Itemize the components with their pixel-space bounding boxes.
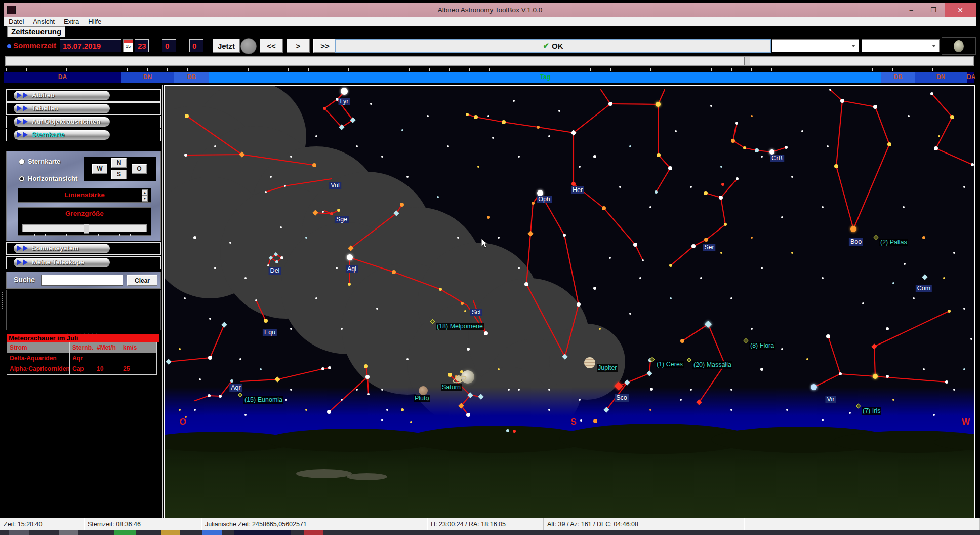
taskbar-icon[interactable] — [202, 530, 222, 535]
star — [953, 252, 955, 254]
compass-south-button[interactable]: S — [111, 170, 127, 179]
title-bar: Albireo Astronomy ToolBox V.1.0.0 – ❐ ✕ — [4, 3, 976, 17]
menu-item-extra[interactable]: Extra — [59, 18, 84, 25]
accordion-sternkarte[interactable]: Sternkarte — [6, 129, 161, 141]
selection-dropdown-1[interactable] — [772, 39, 859, 52]
menu-item-datei[interactable]: Datei — [4, 18, 28, 25]
time-slider-track[interactable] — [5, 56, 974, 66]
step-back-button[interactable]: << — [260, 39, 283, 53]
slider-tick — [6, 68, 7, 71]
status-item: Julianische Zeit: 2458665,05602571 — [201, 518, 427, 530]
calendar-button[interactable]: 15 — [123, 39, 133, 52]
constellation-lines — [165, 86, 974, 518]
taskbar-icon[interactable] — [59, 530, 78, 535]
status-item: Alt: 39 / Az: 161 / DEC: 04:46:08 — [544, 518, 744, 530]
accordion-sonnensystem[interactable]: Sonnensystem — [6, 242, 161, 255]
now-button[interactable]: Jetzt — [213, 39, 240, 53]
mag-slider-tick — [34, 234, 35, 236]
clear-button[interactable]: Clear — [127, 275, 157, 286]
accordion-tabellen[interactable]: Tabellen — [6, 102, 161, 115]
star — [943, 277, 945, 279]
compass-west-button[interactable]: W — [92, 164, 107, 174]
meteor-cell — [94, 353, 120, 364]
fast-forward-button[interactable]: >> — [313, 39, 337, 53]
star — [769, 149, 774, 155]
second-field[interactable]: 0 — [189, 39, 203, 52]
star — [401, 129, 403, 131]
compass-north-button[interactable]: N — [111, 158, 127, 168]
star — [840, 99, 844, 103]
search-input[interactable] — [41, 275, 123, 286]
radio-sternkarte[interactable] — [19, 159, 25, 165]
radio-horizontansicht[interactable] — [19, 176, 25, 182]
star — [464, 310, 466, 312]
star — [948, 310, 951, 313]
star — [579, 399, 581, 401]
taskbar-icon[interactable] — [161, 530, 180, 535]
star — [285, 399, 287, 401]
star — [704, 191, 708, 195]
daynight-segment-label: Tag — [209, 73, 881, 81]
accordion-albireo[interactable]: Albireo — [6, 89, 161, 102]
star — [467, 348, 470, 351]
close-button[interactable]: ✕ — [945, 3, 976, 17]
time-slider-handle[interactable] — [744, 57, 750, 65]
menu-item-ansicht[interactable]: Ansicht — [28, 18, 59, 25]
star — [608, 102, 612, 106]
ok-button[interactable]: ✔ OK — [335, 39, 771, 53]
moon-phase-button[interactable] — [942, 37, 976, 55]
star — [518, 267, 520, 269]
sidebar-grip[interactable] — [2, 292, 5, 309]
mag-slider-tick — [119, 234, 120, 236]
star — [827, 145, 829, 147]
slider-tick — [852, 68, 852, 71]
star — [761, 267, 763, 269]
minute-field[interactable]: 0 — [162, 39, 176, 52]
taskbar-icon[interactable] — [304, 530, 323, 535]
accordion-meine-teleskope[interactable]: Meine Teleskope — [6, 256, 161, 269]
star — [829, 89, 831, 91]
menu-item-hilfe[interactable]: Hilfe — [84, 18, 106, 25]
star — [327, 410, 331, 414]
star — [690, 186, 692, 188]
slider-tick — [610, 68, 611, 71]
taskbar-icon[interactable] — [9, 530, 29, 535]
star — [801, 130, 803, 132]
meteor-table-row[interactable]: Alpha-CapricornidenCap1025 — [7, 364, 157, 375]
status-item: Zeit: 15:20:40 — [0, 518, 84, 530]
slider-tick — [631, 68, 631, 71]
step-forward-button[interactable]: > — [287, 39, 310, 53]
taskbar-icon[interactable] — [234, 530, 291, 535]
accordion-auf-objekt-ausrichten[interactable]: Auf Objekt ausrichten — [6, 116, 161, 128]
line-width-up-button[interactable]: ▲ — [142, 189, 148, 196]
constellation-label-boo: Boo — [849, 238, 863, 246]
star — [356, 389, 358, 391]
star — [474, 115, 478, 119]
star — [849, 412, 851, 414]
splitter-handle[interactable]: . . . . . . . . — [5, 330, 160, 334]
star — [862, 302, 864, 304]
hour-field[interactable]: 23 — [135, 39, 149, 52]
compass-east-button[interactable]: O — [132, 164, 147, 174]
star — [466, 413, 470, 417]
daynight-segment-db: DB — [881, 72, 915, 83]
star — [719, 196, 723, 200]
star — [730, 409, 732, 411]
selection-dropdown-2[interactable] — [862, 39, 940, 52]
star — [873, 105, 877, 109]
restore-button[interactable]: ❐ — [922, 3, 945, 17]
star — [322, 211, 324, 213]
taskbar-icon[interactable] — [114, 530, 136, 535]
limit-magnitude-handle[interactable] — [84, 224, 89, 234]
daynight-segment-label: DB — [174, 73, 209, 81]
date-field[interactable]: 15.07.2019 — [60, 39, 121, 52]
star — [655, 190, 658, 194]
minimize-button[interactable]: – — [900, 3, 922, 17]
meteor-table-row[interactable]: Delta-AquaridenAqr — [7, 353, 157, 364]
star-map[interactable]: (18) Melpomene(15) Eunomia(1) Ceres(20) … — [164, 85, 975, 519]
constellation-label-del: Del — [269, 267, 281, 275]
result-list-area[interactable] — [6, 290, 161, 330]
limit-magnitude-slider[interactable] — [22, 224, 147, 232]
line-width-down-button[interactable]: ▼ — [142, 196, 148, 202]
star — [886, 327, 889, 330]
